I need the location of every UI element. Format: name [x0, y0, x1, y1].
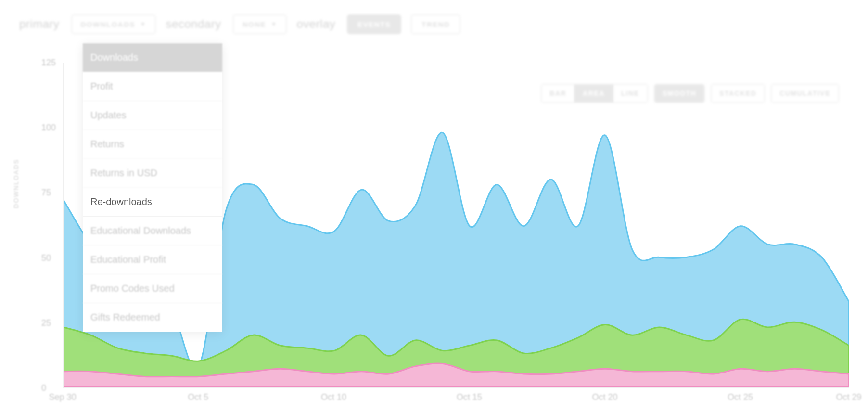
chevron-down-icon: ▼: [140, 21, 146, 27]
y-axis-label: DOWNLOADS: [13, 159, 20, 208]
secondary-label: secondary: [166, 17, 221, 31]
line-chip[interactable]: LINE: [613, 85, 647, 102]
dropdown-item-returns-in-usd[interactable]: Returns in USD: [83, 159, 222, 188]
stacked-chip[interactable]: STACKED: [712, 85, 764, 102]
chart-controls: BAR AREA LINE SMOOTH STACKED CUMULATIVE: [541, 84, 839, 103]
dropdown-item-profit[interactable]: Profit: [83, 72, 222, 101]
y-tick: 50: [41, 253, 51, 263]
overlay-label: overlay: [296, 17, 335, 31]
x-tick: Oct 29: [836, 392, 861, 402]
primary-label: primary: [19, 17, 60, 31]
chart-type-group: BAR AREA LINE: [541, 84, 648, 103]
dropdown-item-gifts-redeemed[interactable]: Gifts Redeemed: [83, 303, 222, 332]
x-tick: Oct 15: [457, 392, 482, 402]
x-tick: Sep 30: [49, 392, 76, 402]
x-tick: Oct 25: [728, 392, 753, 402]
dropdown-item-returns[interactable]: Returns: [83, 130, 222, 159]
x-tick: Oct 10: [321, 392, 346, 402]
primary-select-value: DOWNLOADS: [81, 20, 136, 28]
area-chip[interactable]: AREA: [574, 85, 613, 102]
x-tick: Oct 5: [188, 392, 208, 402]
trend-button[interactable]: TREND: [411, 14, 460, 34]
dropdown-item-re-downloads[interactable]: Re-downloads: [83, 188, 222, 217]
primary-dropdown[interactable]: DownloadsProfitUpdatesReturnsReturns in …: [83, 43, 222, 332]
secondary-select[interactable]: NONE ▼: [233, 14, 287, 34]
y-tick: 75: [41, 188, 51, 198]
chevron-down-icon: ▼: [271, 21, 277, 27]
y-tick: 0: [41, 383, 46, 393]
secondary-select-value: NONE: [243, 20, 266, 28]
dropdown-item-educational-profit[interactable]: Educational Profit: [83, 245, 222, 274]
y-tick: 125: [41, 58, 56, 68]
toolbar: primary DOWNLOADS ▼ secondary NONE ▼ ove…: [0, 0, 868, 48]
cumulative-chip[interactable]: CUMULATIVE: [772, 85, 838, 102]
dropdown-item-downloads[interactable]: Downloads: [83, 43, 222, 72]
dropdown-item-promo-codes-used[interactable]: Promo Codes Used: [83, 274, 222, 303]
bar-chip[interactable]: BAR: [542, 85, 574, 102]
y-tick: 100: [41, 123, 56, 133]
x-tick: Oct 20: [592, 392, 617, 402]
dropdown-item-updates[interactable]: Updates: [83, 101, 222, 130]
dropdown-item-educational-downloads[interactable]: Educational Downloads: [83, 217, 222, 245]
events-button[interactable]: EVENTS: [347, 14, 401, 34]
y-tick: 25: [41, 318, 51, 328]
primary-select[interactable]: DOWNLOADS ▼: [71, 14, 156, 34]
smooth-chip[interactable]: SMOOTH: [655, 85, 704, 102]
